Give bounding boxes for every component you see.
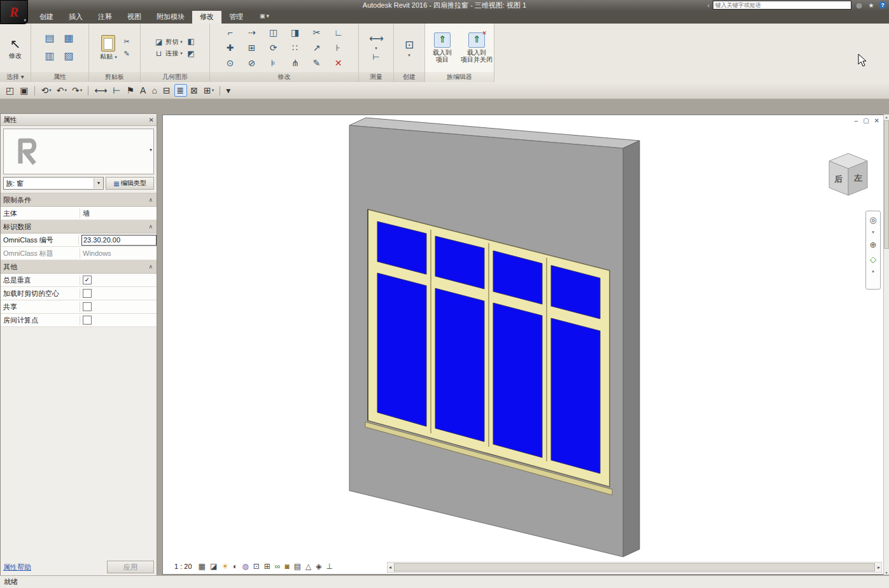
row-omniclass-number[interactable]: OmniClass 编号 23.30.20.00 — [1, 234, 157, 247]
type-selector-arrow-icon[interactable]: ▾ — [94, 178, 103, 188]
mirror-pick-axis-icon[interactable]: ◫ — [268, 27, 279, 38]
delete-icon[interactable]: ✕ — [333, 57, 344, 69]
open-icon[interactable]: ◰ — [4, 85, 17, 96]
ribbon-tab[interactable]: 修改 — [192, 10, 221, 24]
temporary-hide-isolate-icon[interactable]: ∞ — [275, 562, 281, 571]
create-dropdown-icon[interactable]: ▾ — [408, 53, 410, 58]
temporary-view-properties-icon[interactable]: ▤ — [294, 562, 301, 571]
view-restore-icon[interactable]: ▢ — [863, 117, 869, 124]
redo-icon[interactable]: ↷ ▾ — [70, 85, 84, 96]
join-geometry-button[interactable]: ⊔ 连接 ▾ — [154, 49, 183, 59]
save-icon[interactable]: ▣ — [18, 85, 31, 96]
panel-label-clipboard[interactable]: 剪贴板 — [89, 72, 140, 82]
row-host[interactable]: 主体 墙 — [1, 207, 157, 220]
hide-analytical-model-icon[interactable]: △ — [305, 562, 311, 571]
visual-style-icon[interactable]: ◪ — [210, 562, 217, 571]
room-calc-point-checkbox[interactable] — [83, 316, 92, 325]
preview-dropdown-icon[interactable]: ▾ — [150, 147, 152, 153]
sync-icon[interactable]: ⟲ ▾ — [39, 85, 53, 96]
visibility-settings-icon[interactable]: ▨ — [60, 48, 77, 64]
paste-button[interactable]: 粘贴 ▾ — [97, 34, 119, 62]
create-group-icon[interactable]: ⊡ — [402, 38, 416, 52]
panel-label-properties[interactable]: 属性 — [31, 72, 88, 82]
undo-icon[interactable]: ↶ ▾ — [55, 85, 69, 96]
aligned-dimension-icon[interactable]: ⊢ — [111, 85, 123, 96]
sun-path-icon[interactable]: ☀ — [221, 562, 228, 571]
measure-tool-icon[interactable]: ⟷ — [369, 32, 383, 45]
search-icon[interactable]: ◎ — [855, 2, 864, 9]
panel-label-create[interactable]: 创建 — [394, 72, 424, 82]
properties-icon[interactable]: ▤ — [41, 31, 58, 46]
cut-geometry-button[interactable]: ◪ 剪切 ▾ — [154, 38, 183, 47]
section-identity-data[interactable]: 标识数据 ∧ — [1, 220, 157, 234]
section-constraints[interactable]: 限制条件 ∧ — [1, 193, 157, 207]
modify-tools-dropdown[interactable]: ▣ ▾ — [260, 13, 269, 21]
infocenter-collapse-icon[interactable]: ‹ — [708, 2, 710, 9]
qat-separator[interactable] — [34, 86, 35, 95]
measure-icon[interactable]: ⟷ — [92, 85, 109, 96]
thin-lines-icon[interactable]: ≣ — [174, 84, 188, 97]
cut-to-clipboard-icon[interactable]: ✂ — [122, 37, 132, 46]
properties-close-icon[interactable]: ✕ — [149, 116, 154, 123]
align-icon[interactable]: ⌐ — [225, 27, 236, 38]
properties-title-bar[interactable]: 属性 ✕ — [1, 114, 157, 126]
orbit-icon[interactable]: ◇ — [870, 255, 876, 264]
viewcube-left-label[interactable]: 左 — [853, 173, 862, 183]
ribbon-tab[interactable]: 注释 — [90, 10, 120, 24]
panel-label-select[interactable]: 选择 ▾ — [0, 72, 31, 82]
family-category-icon[interactable]: ▥ — [41, 48, 58, 64]
measure-dropdown-icon[interactable]: ▾ — [375, 46, 377, 51]
vertical-scrollbar[interactable]: ▴ ▾ — [883, 115, 889, 575]
scroll-left-icon[interactable]: ◂ — [388, 564, 393, 570]
highlight-displacement-icon[interactable]: ◈ — [316, 562, 321, 571]
edit-type-button[interactable]: ▦ 编辑类型 — [106, 177, 154, 190]
collapse-icon[interactable]: ∧ — [148, 223, 153, 230]
customize-qat-icon[interactable]: ▾ — [224, 85, 233, 96]
apply-button[interactable]: 应用 — [107, 561, 154, 573]
split-element-icon[interactable]: ✂ — [311, 27, 323, 38]
type-selector[interactable]: 族: 窗 ▾ — [3, 177, 104, 190]
show-crop-region-icon[interactable]: ⊞ — [264, 562, 270, 571]
collapse-icon[interactable]: ∧ — [148, 263, 153, 270]
application-menu-button[interactable]: R ▾ — [0, 0, 28, 24]
search-input[interactable] — [713, 1, 851, 10]
trim-corner-icon[interactable]: ∟ — [333, 27, 344, 38]
ribbon-tab[interactable]: 附加模块 — [149, 10, 192, 24]
detail-level-icon[interactable]: ▦ — [199, 562, 206, 571]
view-close-icon[interactable]: ✕ — [874, 117, 879, 124]
favorites-icon[interactable]: ★ — [867, 2, 876, 9]
help-icon[interactable]: ? — [879, 1, 886, 9]
tag-icon[interactable]: ⚑ — [125, 85, 137, 96]
split-with-gap-icon[interactable]: ⋔ — [290, 57, 301, 69]
viewcube-back-label[interactable]: 后 — [834, 174, 843, 184]
trim-extend-single-icon[interactable]: ⊦ — [333, 42, 344, 53]
ribbon-tab[interactable]: 视图 — [120, 10, 149, 24]
reveal-constraints-icon[interactable]: ⊥ — [326, 562, 332, 571]
close-hidden-windows-icon[interactable]: ⊠ — [188, 85, 200, 96]
cut-voids-checkbox[interactable] — [83, 289, 92, 298]
qat-separator[interactable] — [220, 86, 220, 95]
crop-view-icon[interactable]: ⊡ — [253, 562, 260, 571]
scale-button[interactable]: 1 : 20 — [174, 563, 195, 570]
row-room-calc-point[interactable]: 房间计算点 — [1, 314, 157, 327]
family-types-icon[interactable]: ▦ — [60, 31, 77, 46]
unpin-icon[interactable]: ⊘ — [246, 57, 258, 69]
row-shared[interactable]: 共享 — [1, 300, 157, 314]
zoom-icon[interactable]: ⊕ — [870, 240, 877, 249]
load-into-project-button[interactable]: ⇑ 载入到项目 — [426, 32, 458, 63]
offset-icon[interactable]: ⇢ — [246, 27, 258, 38]
split-face-icon[interactable]: ◩ — [186, 49, 196, 59]
navigation-wheel-icon[interactable]: ◎ — [869, 215, 876, 225]
match-type-icon[interactable]: ✎ — [122, 49, 132, 59]
navigation-options-dropdown-icon[interactable]: ▾ — [872, 269, 874, 274]
scale-icon[interactable]: ↗ — [311, 42, 323, 53]
vertical-scroll-thumb[interactable] — [884, 120, 889, 249]
scroll-up-icon[interactable]: ▴ — [885, 115, 887, 119]
mirror-draw-axis-icon[interactable]: ◨ — [290, 27, 301, 38]
array-icon[interactable]: ∷ — [290, 42, 301, 53]
panel-label-modify[interactable]: 修改 — [210, 72, 358, 82]
paint-icon[interactable]: ◧ — [186, 37, 196, 46]
scroll-down-icon[interactable]: ▾ — [885, 570, 887, 575]
shared-checkbox[interactable] — [83, 302, 92, 311]
properties-help-link[interactable]: 属性帮助 — [3, 563, 31, 572]
